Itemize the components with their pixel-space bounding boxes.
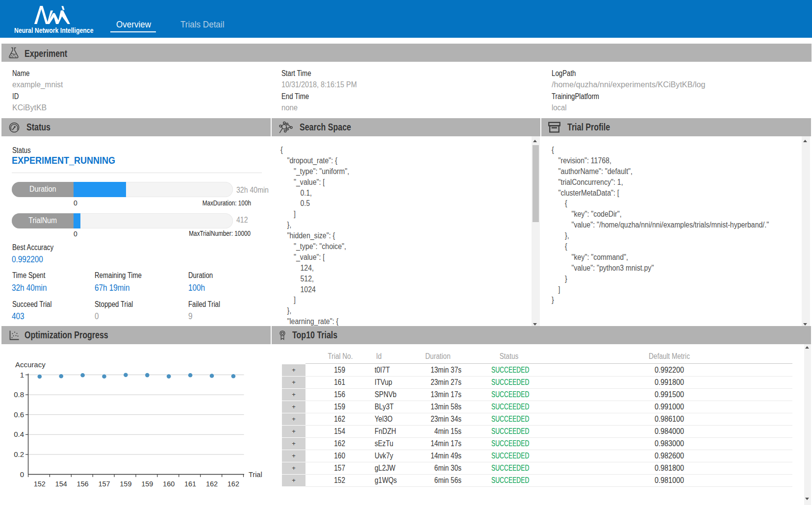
svg-text:0.4: 0.4 [14, 430, 24, 438]
svg-text:0.6: 0.6 [14, 410, 24, 419]
svg-text:1: 1 [20, 371, 24, 379]
svg-text:159: 159 [120, 480, 131, 488]
svg-text:0.2: 0.2 [14, 450, 24, 458]
svg-text:162: 162 [206, 480, 218, 488]
svg-text:159: 159 [141, 480, 153, 488]
svg-text:Trial: Trial [249, 471, 262, 479]
svg-text:0: 0 [20, 470, 24, 479]
svg-text:162: 162 [228, 480, 239, 488]
svg-text:160: 160 [163, 480, 175, 488]
svg-text:0.8: 0.8 [14, 390, 24, 399]
svg-text:154: 154 [55, 480, 67, 488]
svg-text:156: 156 [76, 480, 88, 488]
svg-text:157: 157 [98, 480, 110, 488]
svg-text:161: 161 [184, 480, 196, 488]
svg-text:152: 152 [34, 480, 46, 488]
svg-text:Accuracy: Accuracy [15, 360, 46, 369]
